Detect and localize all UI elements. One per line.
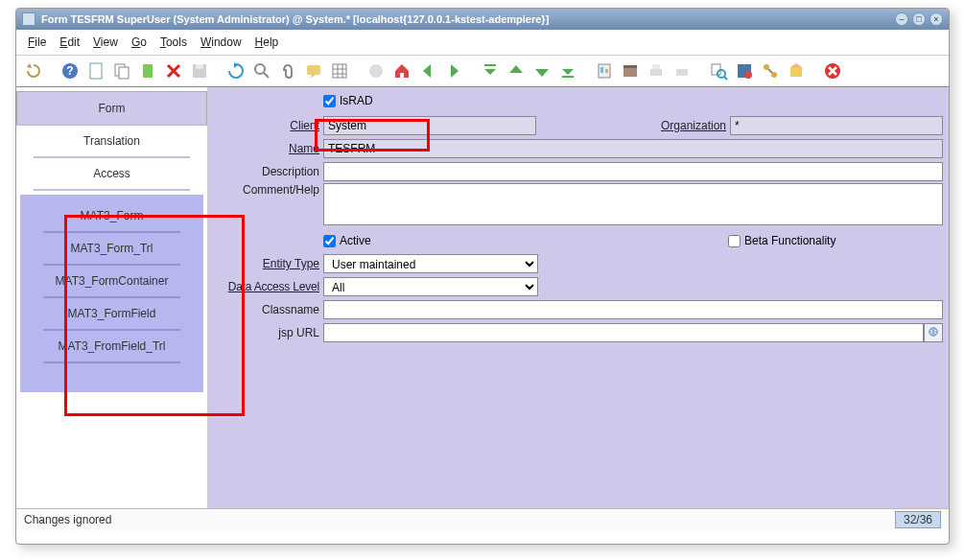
- org-field[interactable]: [730, 116, 943, 135]
- classname-field[interactable]: [323, 300, 943, 319]
- last-icon[interactable]: [556, 59, 579, 82]
- svg-point-8: [255, 64, 265, 74]
- svg-rect-23: [712, 64, 720, 75]
- svg-rect-19: [624, 65, 637, 68]
- help-icon[interactable]: ?: [59, 59, 82, 82]
- svg-rect-13: [484, 64, 496, 66]
- attach-icon[interactable]: [276, 59, 299, 82]
- svg-point-26: [744, 71, 752, 79]
- status-message: Changes ignored: [24, 513, 111, 526]
- minimize-button[interactable]: –: [895, 12, 908, 26]
- product-icon[interactable]: [785, 59, 808, 82]
- comment-label: Comment/Help: [208, 183, 323, 197]
- statusbar: Changes ignored 32/36: [16, 509, 949, 530]
- active-checkbox[interactable]: [323, 235, 336, 247]
- svg-rect-22: [676, 69, 688, 76]
- svg-rect-17: [605, 69, 608, 73]
- undo-icon[interactable]: [22, 59, 45, 82]
- close-button[interactable]: ×: [930, 12, 943, 26]
- maximize-button[interactable]: □: [912, 12, 926, 26]
- beta-checkbox[interactable]: [728, 235, 741, 247]
- jsp-field[interactable]: [323, 323, 924, 342]
- toolbar: ?: [16, 56, 949, 87]
- search-icon[interactable]: [250, 59, 273, 82]
- save-icon[interactable]: [188, 59, 211, 82]
- svg-rect-7: [196, 64, 203, 69]
- report-icon[interactable]: [593, 59, 616, 82]
- menubar: File Edit View Go Tools Window Help: [16, 30, 949, 56]
- client-label: Client: [208, 119, 323, 132]
- jsp-browse-button[interactable]: [924, 323, 943, 342]
- svg-text:?: ?: [66, 64, 73, 78]
- svg-rect-10: [333, 64, 346, 78]
- history-icon[interactable]: [365, 59, 388, 82]
- chat-icon[interactable]: [302, 59, 325, 82]
- exit-icon[interactable]: [821, 59, 844, 82]
- process-icon[interactable]: [733, 59, 756, 82]
- zoom-icon[interactable]: [707, 59, 730, 82]
- delete-icon[interactable]: [136, 59, 159, 82]
- svg-rect-29: [790, 67, 802, 77]
- svg-rect-15: [599, 64, 610, 78]
- svg-rect-9: [307, 65, 320, 75]
- desc-label: Description: [208, 165, 323, 178]
- menu-help[interactable]: Help: [249, 34, 285, 51]
- highlight-tree: [64, 215, 245, 416]
- print-icon[interactable]: [645, 59, 668, 82]
- svg-rect-12: [400, 73, 404, 78]
- menu-window[interactable]: Window: [195, 34, 247, 51]
- globe-icon: [928, 326, 939, 338]
- menu-go[interactable]: Go: [126, 34, 153, 51]
- app-icon: [22, 12, 35, 26]
- svg-rect-16: [600, 67, 603, 73]
- window-titlebar: Form TESFRM SuperUser (System Administra…: [16, 9, 949, 30]
- archive-icon[interactable]: [619, 59, 642, 82]
- access-select[interactable]: All: [323, 277, 538, 296]
- down-icon[interactable]: [530, 59, 553, 82]
- svg-rect-20: [650, 69, 662, 76]
- printpreview-icon[interactable]: [671, 59, 694, 82]
- grid-icon[interactable]: [328, 59, 351, 82]
- active-label: Active: [340, 234, 371, 247]
- home-icon[interactable]: [390, 59, 413, 82]
- org-label: Organization: [661, 119, 730, 132]
- record-count: 32/36: [895, 511, 941, 528]
- workflow-icon[interactable]: [759, 59, 782, 82]
- highlight-israd: [315, 119, 430, 152]
- forward-icon[interactable]: [442, 59, 465, 82]
- svg-rect-4: [119, 67, 129, 79]
- entity-select[interactable]: User maintained: [323, 254, 538, 273]
- svg-rect-21: [652, 64, 660, 69]
- refresh-icon[interactable]: [224, 59, 247, 82]
- new-icon[interactable]: [84, 59, 107, 82]
- comment-field[interactable]: [323, 183, 943, 225]
- svg-rect-18: [624, 67, 637, 77]
- israd-checkbox[interactable]: [323, 95, 336, 107]
- tab-form[interactable]: Form: [16, 91, 207, 126]
- svg-rect-5: [143, 64, 153, 78]
- svg-rect-14: [562, 76, 574, 78]
- desc-field[interactable]: [323, 162, 943, 181]
- tab-access[interactable]: Access: [34, 158, 190, 191]
- name-label: Name: [208, 142, 323, 155]
- up-icon[interactable]: [505, 59, 528, 82]
- cancel-icon[interactable]: [162, 59, 185, 82]
- first-icon[interactable]: [479, 59, 502, 82]
- window-title: Form TESFRM SuperUser (System Administra…: [41, 13, 895, 25]
- beta-label: Beta Functionality: [744, 234, 836, 247]
- menu-view[interactable]: View: [87, 34, 124, 51]
- menu-edit[interactable]: Edit: [54, 34, 85, 51]
- svg-rect-2: [90, 63, 102, 79]
- israd-label: IsRAD: [340, 94, 373, 107]
- menu-tools[interactable]: Tools: [154, 34, 193, 51]
- svg-point-11: [369, 64, 383, 78]
- copy-icon[interactable]: [110, 59, 133, 82]
- tab-translation[interactable]: Translation: [34, 126, 190, 158]
- back-icon[interactable]: [416, 59, 439, 82]
- menu-file[interactable]: File: [22, 34, 52, 51]
